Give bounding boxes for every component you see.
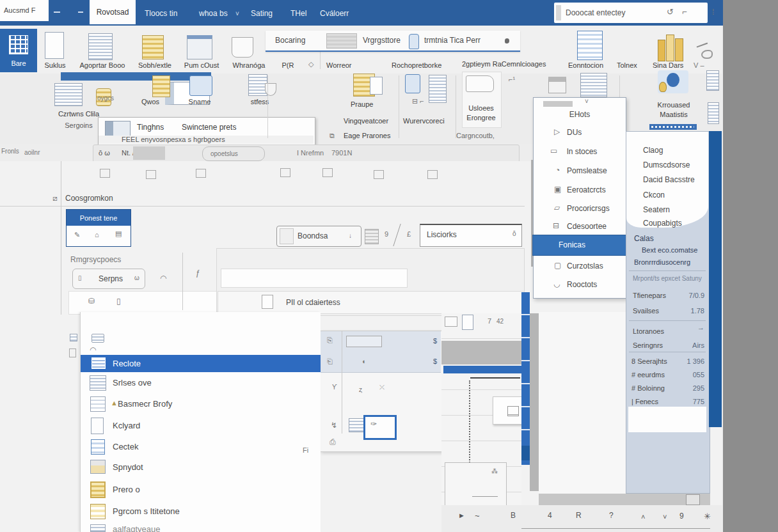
praupe-label[interactable]: Praupe — [351, 100, 373, 108]
ribbon1-label-9[interactable]: 2gptieym RaCemnlcioages — [462, 60, 546, 68]
wur-label[interactable]: Wurervcoreci — [403, 117, 445, 125]
dropdown-item-8[interactable]: ◡ Rooctots — [534, 277, 626, 292]
ribbon1-label-10[interactable]: Eonntocion — [568, 61, 603, 69]
restore-icon[interactable] — [78, 12, 83, 13]
usloees-label-1[interactable]: Usloees — [462, 104, 500, 112]
zoom-button[interactable] — [686, 494, 700, 505]
mini-icon-5[interactable] — [322, 168, 333, 177]
keypad-icon[interactable] — [365, 229, 379, 244]
dropdown-item-1[interactable]: ▷ DUs — [534, 125, 626, 140]
outline-icon[interactable]: ▯ — [116, 297, 121, 306]
text-field-input[interactable] — [425, 229, 502, 240]
ribbon1-label-8[interactable]: Rochopretborke — [392, 61, 441, 69]
list-item-3[interactable]: ▲ Basmecr Brofy — [81, 395, 321, 413]
ribbon1-label-1[interactable]: Suklus — [38, 61, 72, 69]
status-icon-r[interactable]: R — [576, 511, 582, 520]
mini-icon-1[interactable] — [100, 169, 110, 178]
grid-white-box[interactable] — [493, 396, 523, 425]
sname-label[interactable]: Sname — [179, 98, 220, 106]
carg-label[interactable]: Cargncoutb, — [456, 132, 495, 139]
dropdown-item-2[interactable]: ▭ ln stoces — [534, 144, 626, 159]
report-icon[interactable] — [88, 33, 113, 60]
comment-doc-icon[interactable] — [405, 74, 420, 93]
dropdown-item-6[interactable]: ⊟ Cdesoortee — [534, 219, 626, 234]
bed-icon[interactable]: ⛁ — [88, 297, 95, 306]
corner-tab[interactable]: Aucsmd F — [0, 0, 49, 21]
rp-blue-title[interactable]: Calas — [634, 234, 654, 243]
list-icon[interactable] — [429, 75, 447, 103]
overlay-label-1[interactable]: Bocaring — [275, 36, 305, 45]
overlay-label-2[interactable]: Vrgrgsttore — [363, 36, 401, 45]
menu-item-2[interactable]: whoa bs — [199, 9, 228, 18]
eage-label[interactable]: Eage Prarones — [344, 132, 390, 139]
list-item-5[interactable]: Cectek — [81, 438, 321, 456]
qwos-icon[interactable] — [152, 75, 170, 97]
status-right-icon-3[interactable]: 9 — [679, 512, 684, 520]
status-icon-b[interactable]: B — [511, 511, 516, 520]
mini-icon-4[interactable] — [280, 168, 290, 177]
menu-item-5[interactable]: Cváloerr — [320, 9, 349, 18]
pen-small-icon[interactable]: ✎ — [74, 231, 80, 239]
usloees-label-2[interactable]: Erongree — [462, 114, 500, 121]
krrouased-icon[interactable] — [658, 70, 688, 93]
overlay-label-3[interactable]: trmtnia Tica Perr — [424, 36, 480, 45]
rp-item-6[interactable]: Coupabigts — [643, 219, 682, 228]
overlay-swatch[interactable] — [326, 33, 357, 49]
ribbon1-label-5[interactable]: Whranóga — [226, 61, 271, 69]
dropdown-item-3[interactable]: ◔ Pomsleatse — [534, 163, 626, 178]
search-input[interactable] — [564, 6, 654, 19]
list-item-8[interactable]: Pgrcom s Ititetone — [81, 503, 321, 520]
rp-item-4[interactable]: Ckcon — [643, 191, 665, 199]
rail-icon-1[interactable] — [70, 334, 77, 341]
mini-icon-6[interactable] — [374, 170, 384, 179]
qwos-label[interactable]: Qwos — [131, 98, 170, 106]
history-icon[interactable]: ↺ — [667, 7, 674, 17]
ribbon1-label-4[interactable]: Pum cOust — [179, 61, 224, 69]
form-icon[interactable] — [577, 31, 603, 60]
sname-icon[interactable] — [189, 75, 212, 96]
sparkle-icon[interactable]: ✳ — [704, 512, 711, 521]
pill-button[interactable]: ▯ Serpns ω — [72, 269, 145, 289]
rp-item-2[interactable]: Dumscdsorse — [643, 160, 690, 169]
stfess-label[interactable]: stfess — [242, 98, 278, 106]
clip-icon[interactable]: ▤ — [115, 230, 122, 238]
list-item-9[interactable]: aalfaqtyeaue — [81, 523, 321, 532]
ribbon1-label-12[interactable]: Sina Dars — [653, 61, 683, 69]
status-icon-play[interactable]: ► — [458, 512, 465, 519]
right-edge-scrollbar[interactable] — [709, 131, 722, 427]
rp-item-1[interactable]: Claog — [643, 146, 663, 155]
document-icon[interactable] — [45, 32, 64, 59]
rp-item-5[interactable]: Seatern — [643, 205, 670, 214]
mini-icon-7[interactable] — [427, 170, 438, 179]
status-icon-4[interactable]: 4 — [548, 511, 552, 520]
dropdown-item-4[interactable]: ▣ Eeroatcrcts — [534, 182, 626, 198]
docs-stack-icon[interactable] — [580, 73, 607, 97]
status-icon-wave[interactable]: ~ — [475, 511, 480, 520]
active-tab[interactable]: Rovotsad — [90, 0, 136, 24]
cup-icon[interactable] — [232, 37, 253, 58]
list-item-2[interactable]: Srlses ove — [81, 374, 321, 392]
status-right-icon-2[interactable]: ˅ — [663, 513, 667, 520]
formula-pill[interactable]: opoetslus — [202, 146, 265, 161]
rp-item-3[interactable]: Dacid Bacsstre — [643, 175, 695, 184]
search-box[interactable]: ↺ ⌐ — [554, 3, 708, 23]
lasso-icon[interactable] — [701, 50, 713, 59]
mini-icon-3[interactable] — [196, 169, 206, 178]
yellow-table-icon[interactable] — [142, 35, 164, 59]
dropdown-item-7[interactable]: ▢ Curzotslas — [534, 258, 626, 274]
checklist-label[interactable]: PIl ol cdaiertess — [286, 298, 340, 307]
ving-label[interactable]: Vingqveatcoer — [344, 117, 388, 125]
chart-columns-icon[interactable] — [656, 33, 685, 61]
ribbon1-label-6[interactable]: P(R — [275, 61, 301, 69]
list-item-selected[interactable]: Reclote — [81, 355, 321, 372]
dropdown-item-selected[interactable]: Fonicas — [532, 235, 628, 256]
rp-blue-item-1[interactable]: Bext eco.comatse — [642, 246, 697, 254]
ribbon1-label-2[interactable]: Agoprtar Booo — [72, 61, 133, 69]
more-chevron-icon[interactable]: V – — [694, 61, 704, 69]
menu-item-3[interactable]: Sating — [251, 9, 273, 18]
cabinet-icon[interactable] — [54, 83, 83, 106]
ribbon1-label-3[interactable]: Sobh/extle — [132, 61, 178, 69]
ribbon1-label-11[interactable]: Tolnex — [617, 61, 637, 69]
mini-icon-2[interactable] — [146, 170, 156, 179]
sheet-header-row-2[interactable]: ⎗ ◖ $ — [321, 353, 441, 373]
